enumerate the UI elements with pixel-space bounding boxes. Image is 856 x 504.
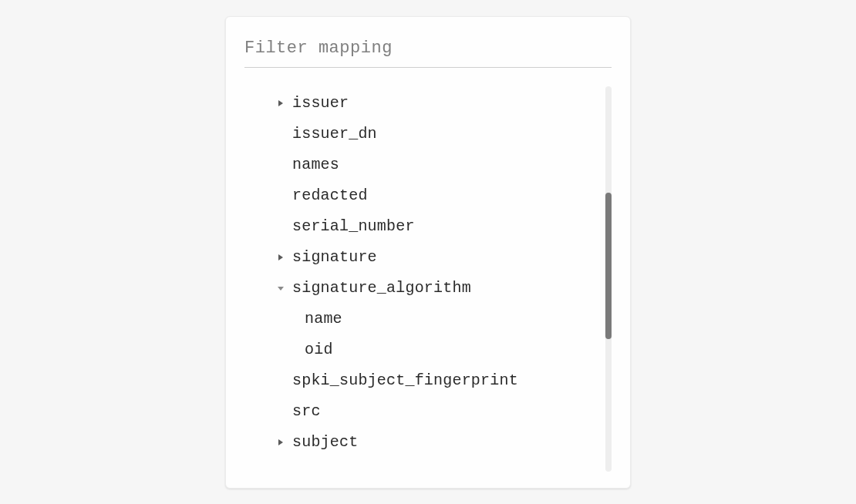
tree-item-label: name <box>305 310 342 328</box>
tree-item-issuer-dn[interactable]: issuer_dn <box>275 119 601 150</box>
chevron-right-icon <box>275 437 286 448</box>
tree-item-name[interactable]: name <box>275 304 601 334</box>
tree-item-label: src <box>292 402 321 420</box>
scrollbar-track[interactable] <box>605 86 612 472</box>
tree-item-serial-number[interactable]: serial_number <box>275 211 601 242</box>
tree-item-signature-algorithm[interactable]: signature_algorithm <box>275 273 601 304</box>
tree-item-label: names <box>292 156 339 173</box>
tree-item-subject[interactable]: subject <box>275 427 601 458</box>
tree-item-label: spki_subject_fingerprint <box>292 371 518 389</box>
tree-item-spki-subject-fingerprint[interactable]: spki_subject_fingerprint <box>275 365 601 396</box>
tree-item-label: issuer_dn <box>292 125 377 143</box>
mapping-tree: issuer issuer_dn names redacted serial_n… <box>244 86 612 472</box>
tree-item-label: issuer <box>292 94 349 112</box>
tree-item-label: subject <box>292 433 358 451</box>
svg-marker-3 <box>278 439 283 445</box>
filter-mapping-panel: Filter mapping issuer issuer_dn names re… <box>225 16 631 489</box>
tree-item-label: serial_number <box>292 217 415 235</box>
chevron-right-icon <box>275 98 286 109</box>
tree-item-label: redacted <box>292 186 368 204</box>
tree-item-signature[interactable]: signature <box>275 242 601 273</box>
tree-item-redacted[interactable]: redacted <box>275 180 601 211</box>
tree-item-src[interactable]: src <box>275 396 601 427</box>
chevron-down-icon <box>275 283 286 294</box>
tree-item-label: signature <box>292 248 377 266</box>
tree-item-label: signature_algorithm <box>292 279 471 297</box>
panel-title: Filter mapping <box>244 39 612 68</box>
tree-item-issuer[interactable]: issuer <box>275 88 601 119</box>
svg-marker-0 <box>278 100 283 106</box>
scrollbar-thumb[interactable] <box>605 193 612 339</box>
tree-item-oid[interactable]: oid <box>275 334 601 365</box>
tree-container: issuer issuer_dn names redacted serial_n… <box>244 86 612 472</box>
tree-item-names[interactable]: names <box>275 150 601 180</box>
svg-marker-1 <box>278 254 283 260</box>
tree-item-label: oid <box>305 341 333 358</box>
chevron-right-icon <box>275 252 286 263</box>
svg-marker-2 <box>278 287 284 291</box>
